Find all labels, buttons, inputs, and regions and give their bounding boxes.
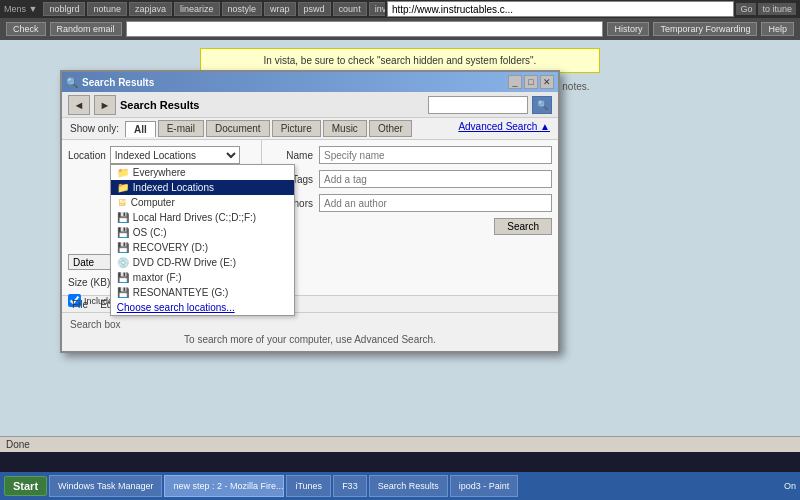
check-button[interactable]: Check xyxy=(6,22,46,36)
search-inner-toolbar: ◄ ► Search Results 🔍 xyxy=(62,92,558,118)
tags-field-row: Tags xyxy=(268,170,552,188)
help-button[interactable]: Help xyxy=(761,22,794,36)
status-bar: Done xyxy=(0,436,800,452)
info-text: In vista, be sure to check "search hidde… xyxy=(264,55,537,66)
search-box-hint: To search more of your computer, use Adv… xyxy=(70,334,550,345)
dropdown-computer[interactable]: 🖥 Computer xyxy=(111,195,294,210)
taskbar-search[interactable]: Search Results xyxy=(369,475,448,497)
dropdown-indexed[interactable]: 📁 Indexed Locations xyxy=(111,180,294,195)
bookmark-nostyle[interactable]: nostyle xyxy=(222,2,263,16)
tab-other[interactable]: Other xyxy=(369,120,412,137)
bookmark-count[interactable]: count xyxy=(333,2,367,16)
menu-file[interactable]: File xyxy=(66,298,94,311)
dropdown-everywhere[interactable]: 📁 Everywhere xyxy=(111,165,294,180)
taskbar-firefox[interactable]: new step : 2 - Mozilla Fire... xyxy=(164,475,284,497)
taskbar-paint[interactable]: ipod3 - Paint xyxy=(450,475,519,497)
bookmark-notune[interactable]: notune xyxy=(87,2,127,16)
tab-email[interactable]: E-mail xyxy=(158,120,204,137)
taskbar-itunes[interactable]: iTunes xyxy=(286,475,331,497)
location-label: Location xyxy=(68,150,106,161)
location-select[interactable]: Indexed Locations xyxy=(110,146,240,164)
tags-input[interactable] xyxy=(319,170,552,188)
window-controls: _ □ ✕ xyxy=(508,75,554,89)
window-title: 🔍 Search Results xyxy=(66,77,154,88)
bookmark-noblgrd[interactable]: noblgrd xyxy=(43,2,85,16)
nav-bar: Check Random email History Temporary For… xyxy=(0,18,800,40)
bookmark-zapjava[interactable]: zapjava xyxy=(129,2,172,16)
minimize-button[interactable]: _ xyxy=(508,75,522,89)
hdd-icon: 💾 xyxy=(117,227,129,238)
advanced-search-link[interactable]: Advanced Search ▲ xyxy=(458,121,550,132)
dropdown-maxtor[interactable]: 💾 maxtor (F:) xyxy=(111,270,294,285)
bookmark-linearize[interactable]: linearize xyxy=(174,2,220,16)
search-results-window: 🔍 Search Results _ □ ✕ ◄ ► Search Result… xyxy=(60,70,560,353)
page-content: In vista, be sure to check "search hidde… xyxy=(0,40,800,436)
hdd-icon: 💾 xyxy=(117,272,129,283)
email-input[interactable] xyxy=(126,21,604,37)
tab-all[interactable]: All xyxy=(125,121,156,137)
taskbar-f33[interactable]: F33 xyxy=(333,475,367,497)
search-icon: 🔍 xyxy=(66,77,78,88)
dvd-icon: 💿 xyxy=(117,257,129,268)
tab-music[interactable]: Music xyxy=(323,120,367,137)
show-only-label: Show only: xyxy=(70,123,119,134)
extension-bar: Mens ▼ noblgrd notune zapjava linearize … xyxy=(0,0,800,18)
bookmark-invert[interactable]: invert xyxy=(369,2,385,16)
folder-icon: 📁 xyxy=(117,167,129,178)
go-button[interactable]: Go xyxy=(736,3,756,15)
search-panels: Location Indexed Locations 📁 Everywhere xyxy=(62,140,558,295)
bookmark-pswd[interactable]: pswd xyxy=(298,2,331,16)
search-left-panel: Location Indexed Locations 📁 Everywhere xyxy=(62,140,262,295)
temp-forwarding-button[interactable]: Temporary Forwarding xyxy=(653,22,757,36)
start-button[interactable]: Start xyxy=(4,476,47,496)
taskbar-right: On xyxy=(784,481,796,491)
menu-label: Mens ▼ xyxy=(4,4,37,14)
authors-field-row: Authors xyxy=(268,194,552,212)
window-titlebar: 🔍 Search Results _ □ ✕ xyxy=(62,72,558,92)
hdd-icon: 💾 xyxy=(117,287,129,298)
taskbar-task-manager[interactable]: Windows Task Manager xyxy=(49,475,162,497)
authors-input[interactable] xyxy=(319,194,552,212)
dropdown-os-c[interactable]: 💾 OS (C:) xyxy=(111,225,294,240)
maximize-button[interactable]: □ xyxy=(524,75,538,89)
folder-icon: 📁 xyxy=(117,182,129,193)
search-box-area: Search box To search more of your comput… xyxy=(62,313,558,351)
name-input[interactable] xyxy=(319,146,552,164)
location-container: Indexed Locations 📁 Everywhere 📁 xyxy=(110,146,240,164)
random-email-button[interactable]: Random email xyxy=(50,22,122,36)
hdd-icon: 💾 xyxy=(117,212,129,223)
dropdown-choose-locations[interactable]: Choose search locations... xyxy=(111,300,294,315)
search-execute-button[interactable]: Search xyxy=(494,218,552,235)
taskbar: Start Windows Task Manager new step : 2 … xyxy=(0,472,800,500)
location-row: Location Indexed Locations 📁 Everywhere xyxy=(68,146,255,164)
bookmark-wrap[interactable]: wrap xyxy=(264,2,296,16)
name-label: Name xyxy=(268,150,313,161)
toolbar-title: Search Results xyxy=(120,99,424,111)
computer-icon: 🖥 xyxy=(117,197,127,208)
taskbar-time: On xyxy=(784,481,796,491)
itunes-button[interactable]: to itune xyxy=(758,3,796,15)
tab-document[interactable]: Document xyxy=(206,120,270,137)
forward-button[interactable]: ► xyxy=(94,95,116,115)
address-bar[interactable] xyxy=(387,1,735,17)
dropdown-resonanteye[interactable]: 💾 RESONANTEYE (G:) xyxy=(111,285,294,300)
name-field-row: Name xyxy=(268,146,552,164)
tab-picture[interactable]: Picture xyxy=(272,120,321,137)
show-only-bar: Show only: All E-mail Document Picture M… xyxy=(62,118,558,140)
dropdown-recovery[interactable]: 💾 RECOVERY (D:) xyxy=(111,240,294,255)
hdd-icon: 💾 xyxy=(117,242,129,253)
dropdown-local-hdd[interactable]: 💾 Local Hard Drives (C:;D:;F:) xyxy=(111,210,294,225)
location-dropdown: 📁 Everywhere 📁 Indexed Locations 🖥 Comp xyxy=(110,164,295,316)
search-box-label: Search box xyxy=(70,319,550,330)
browser-window: Mens ▼ noblgrd notune zapjava linearize … xyxy=(0,0,800,452)
search-right-panel: Name Tags Authors Search xyxy=(262,140,558,295)
status-text: Done xyxy=(6,439,30,450)
close-button[interactable]: ✕ xyxy=(540,75,554,89)
size-label: Size (KB) xyxy=(68,277,110,288)
search-input[interactable] xyxy=(428,96,528,114)
back-button[interactable]: ◄ xyxy=(68,95,90,115)
history-button[interactable]: History xyxy=(607,22,649,36)
search-toolbar-icon[interactable]: 🔍 xyxy=(532,96,552,114)
dropdown-dvd[interactable]: 💿 DVD CD-RW Drive (E:) xyxy=(111,255,294,270)
